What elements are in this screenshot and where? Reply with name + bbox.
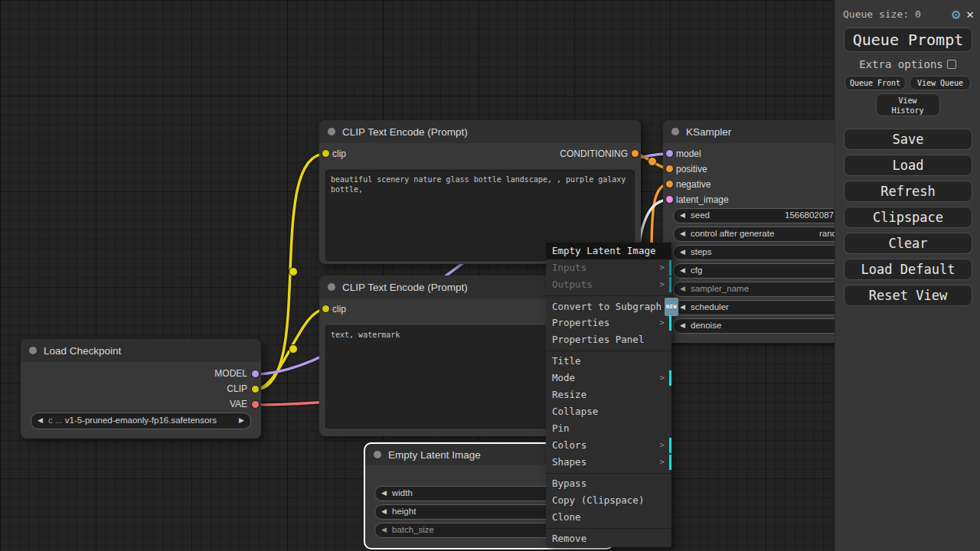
node-title: CLIP Text Encode (Prompt) bbox=[342, 282, 468, 293]
view-history-button[interactable]: View History bbox=[876, 93, 940, 116]
decrement-arrow-icon[interactable]: ◀ bbox=[680, 230, 685, 237]
submenu-bar bbox=[669, 315, 671, 331]
input-label-model: model bbox=[676, 148, 701, 159]
menu-item-colors[interactable]: Colors > bbox=[546, 437, 671, 454]
submenu-bar bbox=[669, 260, 671, 276]
reset-view-button[interactable]: Reset View bbox=[844, 285, 972, 306]
next-value-arrow-icon[interactable]: ▶ bbox=[239, 416, 244, 424]
submenu-arrow-icon: > bbox=[659, 454, 665, 471]
queue-size-label: Queue size: 0 bbox=[843, 8, 947, 20]
collapse-dot-icon[interactable] bbox=[328, 128, 335, 135]
node-title-bar[interactable]: CLIP Text Encode (Prompt) bbox=[319, 120, 641, 143]
input-label-positive: positive bbox=[676, 164, 707, 174]
collapse-dot-icon[interactable] bbox=[29, 347, 37, 354]
node-title: KSampler bbox=[686, 126, 731, 138]
collapse-dot-icon[interactable] bbox=[374, 451, 381, 458]
extra-options-label: Extra options bbox=[859, 58, 943, 70]
node-load-checkpoint[interactable]: Load Checkpoint MODEL CLIP VAE ◀ c ... v… bbox=[21, 339, 261, 439]
port-negative-input[interactable] bbox=[666, 181, 673, 187]
output-label-conditioning: CONDITIONING bbox=[560, 148, 628, 159]
submenu-bar bbox=[669, 438, 671, 453]
menu-item-properties-panel[interactable]: Properties Panel bbox=[546, 331, 671, 348]
decrement-arrow-icon[interactable]: ◀ bbox=[381, 507, 387, 515]
collapse-dot-icon[interactable] bbox=[671, 128, 679, 135]
submenu-bar bbox=[669, 370, 671, 386]
menu-separator bbox=[546, 295, 671, 296]
input-label-clip: clip bbox=[332, 304, 346, 315]
output-label-vae: VAE bbox=[230, 399, 247, 409]
node-context-menu: Empty Latent Image Inputs > Outputs > Co… bbox=[546, 243, 671, 547]
decrement-arrow-icon[interactable]: ◀ bbox=[680, 303, 685, 311]
menu-item-clone[interactable]: Clone bbox=[546, 509, 671, 526]
context-menu-title: Empty Latent Image bbox=[546, 243, 671, 259]
decrement-arrow-icon[interactable]: ◀ bbox=[680, 285, 685, 292]
menu-item-properties[interactable]: Properties > bbox=[546, 315, 671, 331]
extra-options-checkbox[interactable] bbox=[947, 60, 956, 69]
decrement-arrow-icon[interactable]: ◀ bbox=[680, 211, 685, 219]
decrement-arrow-icon[interactable]: ◀ bbox=[680, 248, 685, 256]
refresh-button[interactable]: Refresh bbox=[844, 181, 972, 202]
queue-prompt-button[interactable]: Queue Prompt bbox=[844, 28, 972, 52]
port-latent-image-input[interactable] bbox=[666, 196, 673, 203]
menu-item-inputs: Inputs > bbox=[546, 259, 671, 276]
node-title-bar[interactable]: Load Checkpoint bbox=[21, 339, 261, 362]
submenu-arrow-icon: > bbox=[659, 315, 665, 331]
output-label-model: MODEL bbox=[214, 368, 247, 379]
menu-item-copy-clipspace[interactable]: Copy (Clipspace) bbox=[546, 492, 671, 509]
close-icon[interactable]: ✕ bbox=[966, 8, 974, 21]
menu-item-convert-to-subgraph[interactable]: Convert to SubgraphNEW bbox=[546, 298, 671, 315]
menu-separator bbox=[546, 473, 671, 474]
menu-item-pin[interactable]: Pin bbox=[546, 420, 671, 437]
load-default-button[interactable]: Load Default bbox=[844, 259, 972, 280]
clipspace-button[interactable]: Clipspace bbox=[844, 207, 972, 228]
port-model-output[interactable] bbox=[252, 370, 259, 377]
settings-gear-icon[interactable]: ⚙ bbox=[952, 7, 960, 21]
clear-button[interactable]: Clear bbox=[844, 233, 972, 254]
decrement-arrow-icon[interactable]: ◀ bbox=[680, 266, 685, 274]
menu-item-collapse[interactable]: Collapse bbox=[546, 403, 671, 420]
output-label-clip: CLIP bbox=[227, 383, 247, 394]
decrement-arrow-icon[interactable]: ◀ bbox=[381, 489, 387, 497]
submenu-arrow-icon: > bbox=[659, 370, 665, 386]
collapse-dot-icon[interactable] bbox=[328, 283, 335, 291]
port-conditioning-output[interactable] bbox=[632, 150, 639, 157]
submenu-bar bbox=[669, 277, 671, 292]
submenu-arrow-icon: > bbox=[659, 259, 665, 276]
submenu-arrow-icon: > bbox=[659, 276, 665, 293]
view-queue-button[interactable]: View Queue bbox=[910, 76, 971, 90]
node-title: Empty Latent Image bbox=[388, 449, 481, 461]
input-label-negative: negative bbox=[676, 179, 710, 190]
port-model-input[interactable] bbox=[666, 150, 673, 157]
menu-separator bbox=[546, 528, 671, 529]
port-clip-output[interactable] bbox=[252, 386, 259, 393]
new-badge: NEW bbox=[665, 298, 678, 316]
menu-separator bbox=[546, 350, 671, 351]
menu-item-mode[interactable]: Mode > bbox=[546, 370, 671, 386]
port-clip-input[interactable] bbox=[322, 305, 329, 312]
ckpt-name-value: v1-5-pruned-emaonly-fp16.safetensors bbox=[65, 416, 217, 425]
node-title: Load Checkpoint bbox=[44, 345, 121, 357]
input-label-clip: clip bbox=[332, 148, 346, 159]
menu-item-bypass[interactable]: Bypass bbox=[546, 475, 671, 492]
menu-item-title[interactable]: Title bbox=[546, 353, 671, 370]
decrement-arrow-icon[interactable]: ◀ bbox=[381, 526, 387, 533]
load-button[interactable]: Load bbox=[844, 155, 972, 176]
decrement-arrow-icon[interactable]: ◀ bbox=[680, 321, 685, 329]
submenu-arrow-icon: > bbox=[659, 437, 665, 454]
menu-item-outputs: Outputs > bbox=[546, 276, 671, 293]
port-positive-input[interactable] bbox=[666, 165, 673, 172]
menu-item-remove[interactable]: Remove bbox=[546, 530, 671, 547]
node-title: CLIP Text Encode (Prompt) bbox=[342, 126, 468, 138]
save-button[interactable]: Save bbox=[844, 129, 972, 150]
submenu-bar bbox=[669, 455, 671, 470]
widget-ckpt-name[interactable]: ◀ c ... v1-5-pruned-emaonly-fp16.safeten… bbox=[31, 412, 251, 429]
input-label-latent-image: latent_image bbox=[676, 194, 729, 205]
menu-item-shapes[interactable]: Shapes > bbox=[546, 454, 671, 471]
port-clip-input[interactable] bbox=[322, 150, 329, 157]
port-vae-output[interactable] bbox=[252, 401, 259, 408]
prev-value-arrow-icon[interactable]: ◀ bbox=[38, 416, 43, 424]
queue-sidebar: Queue size: 0 ⚙ ✕ Queue Prompt Extra opt… bbox=[835, 0, 980, 551]
queue-front-button[interactable]: Queue Front bbox=[844, 76, 906, 90]
menu-item-resize[interactable]: Resize bbox=[546, 386, 671, 403]
